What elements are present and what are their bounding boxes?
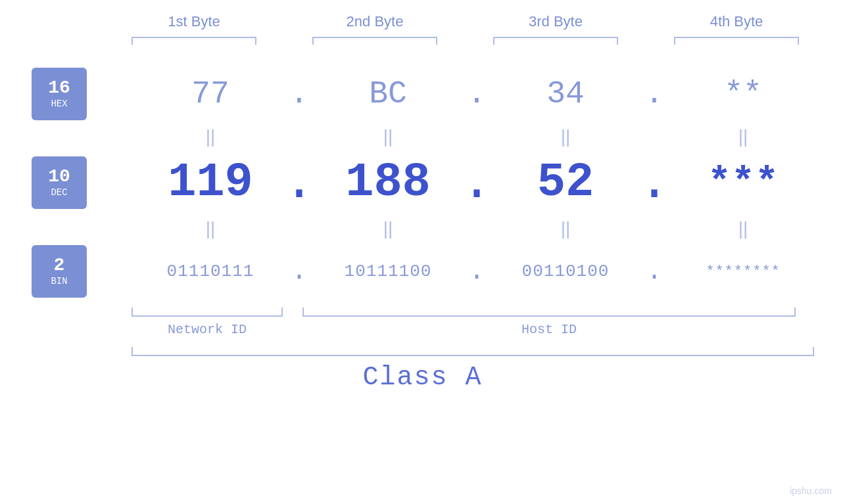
class-row: Class A <box>362 363 482 392</box>
dec-dot3: . <box>644 153 664 213</box>
eq2: || <box>309 126 467 147</box>
eq4: || <box>664 126 822 147</box>
bottom-section: Network ID Host ID <box>0 308 845 337</box>
byte4-header: 4th Byte <box>671 13 802 30</box>
byte-headers: 1st Byte 2nd Byte 3rd Byte 4th Byte <box>104 13 827 30</box>
dec-row: 10 DEC 119 . 188 . 52 . *** <box>0 150 845 216</box>
hex-byte4: ** <box>664 76 822 112</box>
hex-values: 77 . BC . 34 . ** <box>132 76 822 112</box>
byte3-header: 3rd Byte <box>490 13 621 30</box>
eq8: || <box>664 218 822 239</box>
hex-dot2: . <box>467 76 487 112</box>
dec-byte4: *** <box>664 160 822 205</box>
dec-byte3: 52 <box>487 156 644 210</box>
bracket-2 <box>312 37 437 45</box>
equals-group-1: || || || || <box>132 126 822 147</box>
dec-values: 119 . 188 . 52 . *** <box>132 153 822 213</box>
equals-group-2: || || || || <box>132 218 822 239</box>
bin-byte3: 00110100 <box>487 262 644 281</box>
bin-byte1: 01110111 <box>132 262 289 281</box>
dec-dot1: . <box>289 153 309 213</box>
big-bracket <box>132 347 814 356</box>
bin-dot1: . <box>289 257 309 286</box>
host-id-label: Host ID <box>302 322 796 337</box>
top-brackets <box>104 37 827 45</box>
hex-base-label: 16 HEX <box>32 68 87 120</box>
dec-base-label: 10 DEC <box>32 156 87 209</box>
watermark: ipshu.com <box>790 486 832 496</box>
byte2-header: 2nd Byte <box>309 13 441 30</box>
host-bracket <box>302 308 796 317</box>
bracket-3 <box>493 37 618 45</box>
dec-dot2: . <box>467 153 487 213</box>
bin-dot2: . <box>467 257 487 286</box>
hex-byte2: BC <box>309 76 467 112</box>
bin-values: 01110111 . 10111100 . 00110100 . *******… <box>132 257 822 286</box>
hex-byte1: 77 <box>132 76 289 112</box>
dec-byte1: 119 <box>132 156 289 210</box>
hex-dot1: . <box>289 76 309 112</box>
eq5: || <box>132 218 289 239</box>
class-label: Class A <box>362 363 482 392</box>
equals-row-2: || || || || <box>0 216 845 242</box>
dec-byte2: 188 <box>309 156 467 210</box>
eq6: || <box>309 218 467 239</box>
network-bracket <box>132 308 283 317</box>
main-container: 1st Byte 2nd Byte 3rd Byte 4th Byte 16 H… <box>0 0 845 504</box>
network-id-label: Network ID <box>132 322 283 337</box>
id-brackets <box>132 308 822 317</box>
eq1: || <box>132 126 289 147</box>
bracket-4 <box>674 37 799 45</box>
hex-byte3: 34 <box>487 76 644 112</box>
bracket-1 <box>132 37 256 45</box>
equals-row-1: || || || || <box>0 124 845 150</box>
eq3: || <box>487 126 644 147</box>
eq7: || <box>487 218 644 239</box>
hex-row: 16 HEX 77 . BC . 34 . ** <box>0 64 845 124</box>
bin-dot3: . <box>644 257 664 286</box>
bin-byte4: ******** <box>664 263 822 280</box>
hex-dot3: . <box>644 76 664 112</box>
bin-base-label: 2 BIN <box>32 245 87 298</box>
byte1-header: 1st Byte <box>128 13 260 30</box>
bin-byte2: 10111100 <box>309 262 467 281</box>
id-labels: Network ID Host ID <box>132 322 822 337</box>
big-bracket-row <box>0 347 845 356</box>
bin-row: 2 BIN 01110111 . 10111100 . 00110100 . *… <box>0 242 845 301</box>
